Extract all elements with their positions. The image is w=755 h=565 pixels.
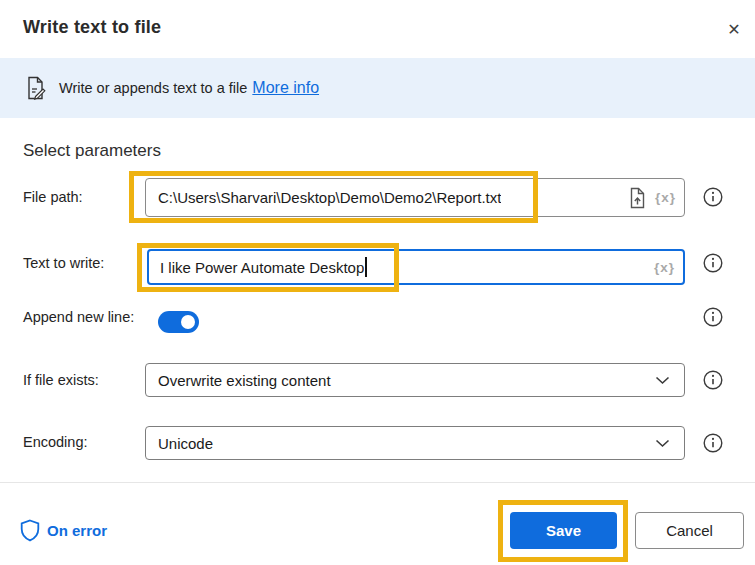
info-banner: Write or appends text to a file More inf… — [0, 58, 755, 118]
append-new-line-info-icon[interactable] — [702, 306, 724, 328]
chevron-down-icon — [655, 376, 670, 385]
if-file-exists-label: If file exists: — [23, 372, 99, 388]
toggle-knob — [181, 315, 195, 329]
text-to-write-label: Text to write: — [23, 255, 104, 271]
encoding-dropdown[interactable]: Unicode — [145, 426, 685, 460]
if-file-exists-info-icon[interactable] — [702, 369, 724, 391]
if-file-exists-value: Overwrite existing content — [158, 372, 331, 389]
append-new-line-label: Append new line: — [23, 309, 134, 325]
text-cursor — [365, 257, 367, 277]
encoding-info-icon[interactable] — [702, 432, 724, 454]
file-path-info-icon[interactable] — [702, 186, 724, 208]
variable-picker-icon[interactable]: {x} — [655, 190, 676, 205]
variable-picker-icon[interactable]: {x} — [654, 260, 675, 275]
on-error-button[interactable]: On error — [20, 519, 107, 542]
append-new-line-toggle[interactable] — [158, 311, 199, 333]
text-to-write-value: I like Power Automate Desktop — [160, 259, 364, 276]
on-error-label: On error — [47, 522, 107, 539]
footer-divider — [0, 482, 755, 483]
text-to-write-info-icon[interactable] — [702, 252, 724, 274]
file-path-input[interactable]: C:\Users\Sharvari\Desktop\Demo\Demo2\Rep… — [145, 178, 685, 217]
chevron-down-icon — [655, 439, 670, 448]
write-file-icon — [25, 76, 46, 100]
file-path-value: C:\Users\Sharvari\Desktop\Demo\Demo2\Rep… — [158, 189, 501, 206]
encoding-label: Encoding: — [23, 434, 88, 450]
text-to-write-input[interactable]: I like Power Automate Desktop {x} — [147, 249, 685, 285]
more-info-link[interactable]: More info — [252, 79, 319, 97]
encoding-value: Unicode — [158, 435, 213, 452]
banner-text: Write or appends text to a file — [59, 80, 247, 96]
close-icon: ✕ — [727, 20, 740, 39]
write-text-to-file-dialog: Write text to file ✕ Write or appends te… — [0, 0, 755, 565]
select-file-icon[interactable] — [628, 187, 647, 209]
close-button[interactable]: ✕ — [720, 15, 748, 43]
save-button[interactable]: Save — [510, 512, 617, 549]
section-heading: Select parameters — [23, 141, 161, 161]
file-path-label: File path: — [23, 189, 83, 205]
shield-icon — [20, 519, 40, 542]
dialog-title: Write text to file — [23, 17, 161, 38]
cancel-button[interactable]: Cancel — [635, 512, 744, 549]
if-file-exists-dropdown[interactable]: Overwrite existing content — [145, 363, 685, 397]
